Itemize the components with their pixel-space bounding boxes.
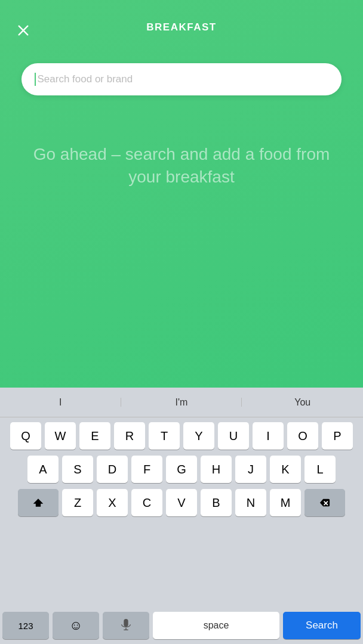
delete-icon: [318, 497, 331, 508]
bottom-key-row: 123 ☺ space Search: [0, 609, 363, 644]
key-z[interactable]: Z: [62, 489, 93, 516]
emoji-icon: ☺: [69, 618, 82, 633]
key-q[interactable]: Q: [10, 422, 41, 450]
key-p[interactable]: P: [322, 422, 353, 450]
close-button[interactable]: [14, 21, 32, 39]
keyboard-section: I I'm You Q W E R T Y U I O P A S D F G …: [0, 388, 363, 644]
key-v[interactable]: V: [166, 489, 197, 516]
key-n[interactable]: N: [235, 489, 266, 516]
key-f[interactable]: F: [131, 456, 162, 483]
delete-key[interactable]: [304, 489, 345, 516]
space-key[interactable]: space: [153, 612, 279, 639]
numeric-key[interactable]: 123: [2, 612, 49, 639]
key-row-1: Q W E R T Y U I O P: [2, 422, 361, 450]
key-u[interactable]: U: [218, 422, 249, 450]
key-i[interactable]: I: [253, 422, 284, 450]
key-l[interactable]: L: [304, 456, 336, 483]
key-j[interactable]: J: [235, 456, 266, 483]
key-y[interactable]: Y: [183, 422, 214, 450]
predictive-item-1[interactable]: I: [0, 397, 121, 408]
predictive-bar: I I'm You: [0, 388, 363, 417]
microphone-icon: [121, 619, 131, 632]
key-t[interactable]: T: [149, 422, 180, 450]
key-o[interactable]: O: [287, 422, 318, 450]
key-b[interactable]: B: [201, 489, 232, 516]
key-d[interactable]: D: [97, 456, 128, 483]
search-key[interactable]: Search: [283, 612, 361, 639]
key-h[interactable]: H: [201, 456, 232, 483]
key-row-3: Z X C V B N M: [2, 489, 361, 516]
shift-key[interactable]: [18, 489, 59, 516]
emoji-key[interactable]: ☺: [53, 612, 99, 639]
key-row-2: A S D F G H J K L: [2, 456, 361, 483]
text-cursor: [35, 73, 36, 86]
keys-area: Q W E R T Y U I O P A S D F G H J K L: [0, 417, 363, 609]
key-k[interactable]: K: [270, 456, 301, 483]
key-s[interactable]: S: [62, 456, 93, 483]
search-placeholder: Search food or brand: [37, 73, 133, 85]
microphone-key[interactable]: [103, 612, 149, 639]
key-c[interactable]: C: [131, 489, 162, 516]
close-icon: [17, 24, 30, 37]
predictive-item-3[interactable]: You: [242, 397, 363, 408]
shift-icon: [32, 497, 44, 509]
search-bar[interactable]: Search food or brand: [21, 63, 341, 95]
search-bar-container[interactable]: Search food or brand: [21, 63, 341, 95]
svg-rect-4: [124, 619, 128, 627]
key-x[interactable]: X: [97, 489, 128, 516]
header: BREAKFAST: [0, 0, 363, 45]
key-a[interactable]: A: [27, 456, 59, 483]
prompt-text: Go ahead – search and add a food from yo…: [0, 143, 363, 188]
key-r[interactable]: R: [114, 422, 145, 450]
key-e[interactable]: E: [79, 422, 110, 450]
key-g[interactable]: G: [166, 456, 197, 483]
page-title: BREAKFAST: [146, 21, 216, 33]
top-section: BREAKFAST Search food or brand Go ahead …: [0, 0, 363, 388]
key-m[interactable]: M: [270, 489, 301, 516]
key-w[interactable]: W: [45, 422, 76, 450]
predictive-item-2[interactable]: I'm: [121, 397, 242, 408]
